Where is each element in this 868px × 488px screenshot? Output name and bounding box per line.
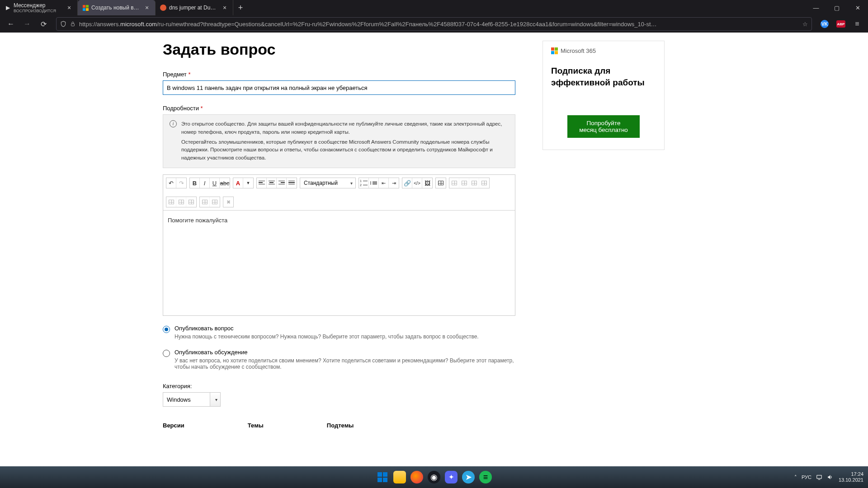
new-tab-button[interactable]: + <box>233 0 248 15</box>
text-color-dropdown[interactable]: ▼ <box>243 178 253 188</box>
telegram-icon[interactable]: ➤ <box>462 471 475 483</box>
browser-tab-strip: ▶ Мессенджер ВОСПРОИЗВОДИТСЯ × Создать н… <box>0 0 868 15</box>
tab-subtitle: ВОСПРОИЗВОДИТСЯ <box>14 9 63 13</box>
tab-title: Создать новый вопрос или н… <box>91 5 141 11</box>
ext-vk-icon[interactable]: VK <box>817 17 832 31</box>
ms-icon <box>82 5 89 11</box>
link-button[interactable]: 🔗 <box>402 178 412 188</box>
explorer-icon[interactable] <box>393 471 406 483</box>
subject-input[interactable] <box>163 80 515 95</box>
editor-body[interactable]: Помогите пожалуйста <box>163 211 515 315</box>
outdent-button[interactable]: ⇤ <box>379 178 389 188</box>
tray-chevron-icon[interactable]: ˄ <box>794 474 797 480</box>
steam-icon[interactable]: ◉ <box>428 471 440 483</box>
align-justify-button[interactable] <box>287 178 297 188</box>
split-v-button <box>186 197 196 207</box>
image-button[interactable]: 🖼 <box>422 178 432 188</box>
url-text: https://answers.microsoft.com/ru-ru/newt… <box>79 21 799 28</box>
align-left-button[interactable] <box>257 178 267 188</box>
svg-rect-0 <box>71 24 75 26</box>
ddg-icon <box>160 5 166 11</box>
tab-messenger[interactable]: ▶ Мессенджер ВОСПРОИЗВОДИТСЯ × <box>0 0 78 15</box>
svg-rect-1 <box>817 475 822 479</box>
browser-toolbar: ← → ⟳ https://answers.microsoft.com/ru-r… <box>0 15 868 33</box>
tab-duckduckgo[interactable]: dns jumper at DuckDuckGo × <box>156 0 233 15</box>
window-maximize[interactable]: ▢ <box>826 0 847 15</box>
underline-button[interactable]: U <box>210 178 220 188</box>
align-right-button[interactable] <box>277 178 287 188</box>
category-label: Категория: <box>163 383 515 389</box>
promo-headline: Подписка для эффективной работы <box>551 65 656 88</box>
radio-desc: У вас нет вопроса, но хотите поделиться … <box>175 357 515 370</box>
tab-title: Мессенджер <box>14 2 45 9</box>
rich-text-editor: ↶ ↷ B I U abc A ▼ <box>163 174 515 316</box>
table-col-button <box>459 178 469 188</box>
post-type-question[interactable]: Опубликовать вопрос Нужна помощь с техни… <box>163 325 515 340</box>
clock-date[interactable]: 13.10.2021 <box>839 477 863 483</box>
discord-icon[interactable]: ✦ <box>445 471 458 483</box>
page-title: Задать вопрос <box>163 41 515 58</box>
start-button[interactable] <box>376 471 389 483</box>
ordered-list-button[interactable]: 12 <box>359 178 369 188</box>
undo-button[interactable]: ↶ <box>166 178 176 188</box>
nav-forward[interactable]: → <box>20 17 34 31</box>
radio-label: Опубликовать обсуждение <box>175 349 515 356</box>
radio-label: Опубликовать вопрос <box>175 325 479 332</box>
radio-icon[interactable] <box>163 350 170 357</box>
window-minimize[interactable]: — <box>806 0 826 15</box>
tab-ms-answers[interactable]: Создать новый вопрос или н… × <box>78 0 156 15</box>
network-icon[interactable] <box>816 474 822 480</box>
close-icon[interactable]: × <box>221 4 228 11</box>
app-menu[interactable]: ≡ <box>850 17 864 31</box>
del-row-button <box>200 197 210 207</box>
del-col-button <box>210 197 220 207</box>
text-color-button[interactable]: A <box>233 178 243 188</box>
clear-format-button: ✖ <box>223 197 233 207</box>
redo-button[interactable]: ↷ <box>176 178 186 188</box>
info-text-1: Это открытое сообщество. Для защиты ваше… <box>181 120 509 136</box>
bookmark-icon[interactable]: ☆ <box>802 21 808 28</box>
window-close[interactable]: ✕ <box>847 0 868 15</box>
firefox-icon[interactable] <box>410 471 423 483</box>
subject-label: Предмет * <box>163 71 515 78</box>
table-del-button <box>479 178 489 188</box>
shield-icon[interactable] <box>60 21 66 27</box>
italic-button[interactable]: I <box>200 178 210 188</box>
ms365-logo: Microsoft 365 <box>551 47 656 54</box>
unordered-list-button[interactable] <box>369 178 379 188</box>
align-center-button[interactable] <box>267 178 277 188</box>
post-type-discussion[interactable]: Опубликовать обсуждение У вас нет вопрос… <box>163 349 515 370</box>
tab-title: dns jumper at DuckDuckGo <box>169 5 218 11</box>
ms365-promo-card: Microsoft 365 Подписка для эффективной р… <box>542 41 665 150</box>
category-select[interactable]: Windows <box>163 392 221 407</box>
table-button[interactable] <box>436 178 446 188</box>
spotify-icon[interactable]: ≡ <box>479 471 492 483</box>
table-cell-button <box>469 178 479 188</box>
nav-back[interactable]: ← <box>4 17 18 31</box>
info-icon: i <box>170 120 177 127</box>
bold-button[interactable]: B <box>190 178 200 188</box>
details-label: Подробности * <box>163 105 515 112</box>
address-bar[interactable]: https://answers.microsoft.com/ru-ru/newt… <box>56 17 812 31</box>
indent-button[interactable]: ⇥ <box>389 178 399 188</box>
col-topics: Темы <box>248 422 264 429</box>
merge-button <box>166 197 176 207</box>
close-icon[interactable]: × <box>66 4 73 11</box>
strike-button[interactable]: abc <box>220 178 230 188</box>
lock-icon[interactable] <box>70 21 75 27</box>
nav-reload[interactable]: ⟳ <box>36 17 51 31</box>
volume-icon[interactable] <box>827 474 833 480</box>
ext-abp-icon[interactable]: ABP <box>834 17 848 31</box>
radio-icon[interactable] <box>163 326 170 333</box>
promo-cta-button[interactable]: Попробуйте месяц бесплатно <box>567 115 640 138</box>
clock-time[interactable]: 17:24 <box>839 471 863 477</box>
code-button[interactable]: </> <box>412 178 422 188</box>
split-h-button <box>176 197 186 207</box>
info-text-2: Остерегайтесь злоумышленников, которые п… <box>181 138 509 162</box>
table-row-button <box>449 178 459 188</box>
radio-desc: Нужна помощь с техническим вопросом? Нуж… <box>175 333 479 340</box>
language-indicator[interactable]: РУС <box>802 474 811 480</box>
page-content: Задать вопрос Предмет * Подробности * i … <box>0 33 868 466</box>
format-select[interactable]: Стандартный <box>300 178 356 188</box>
close-icon[interactable]: × <box>143 4 151 11</box>
